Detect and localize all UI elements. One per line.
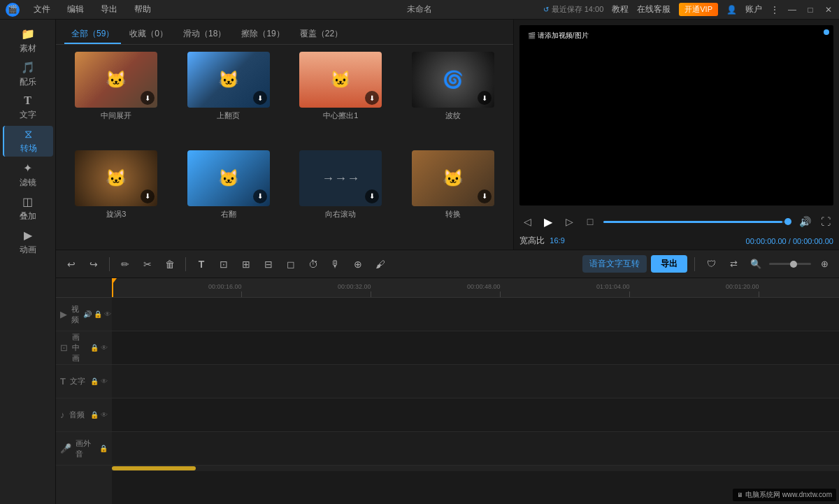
volume-btn[interactable]: 🔊 (797, 214, 812, 229)
menu-edit[interactable]: 编辑 (64, 2, 87, 17)
zoom-out-icon[interactable]: 🔍 (747, 255, 765, 273)
text-vis-icon[interactable]: 👁 (101, 377, 108, 385)
crop-btn[interactable]: ⊡ (214, 254, 234, 274)
next-frame-btn[interactable]: ▷ (561, 214, 577, 229)
sidebar-item-material[interactable]: 📁 素材 (3, 25, 53, 56)
text-lock-icon[interactable]: 🔒 (90, 377, 99, 385)
minimize-btn[interactable]: — (787, 5, 797, 15)
paint-btn[interactable]: 🖌 (371, 254, 390, 274)
video-lock-icon[interactable]: 🔒 (94, 310, 102, 318)
zoom-thumb (790, 261, 797, 268)
redo-btn[interactable]: ↪ (84, 254, 103, 274)
menu-export[interactable]: 导出 (98, 2, 120, 17)
transition-thumb-6: 🐱 ⬇ (187, 150, 270, 206)
arrows-overlay-7: →→→ (322, 171, 359, 185)
track-label-pip: ⊡ 画中画 🔒 👁 (56, 331, 112, 365)
tab-all[interactable]: 全部（59） (64, 25, 121, 44)
transition-label-3: 中心擦出1 (323, 110, 358, 121)
voiceover-lock-icon[interactable]: 🔒 (99, 445, 108, 452)
speech-text-btn[interactable]: 语音文字互转 (582, 255, 647, 273)
audio-vis-icon[interactable]: 👁 (101, 411, 108, 419)
overlay-icon: ◫ (22, 195, 33, 208)
stop-btn[interactable]: □ (582, 214, 598, 229)
transition-item-1[interactable]: 🐱 ⬇ 中间展开 (63, 52, 170, 145)
transition-label-2: 上翻页 (217, 110, 240, 121)
undo-btn[interactable]: ↩ (62, 254, 81, 274)
track-label-voiceover-text: 画外音 (76, 438, 95, 459)
download-badge-5[interactable]: ⬇ (141, 189, 155, 203)
video-mute-icon[interactable]: 🔊 (83, 310, 92, 318)
fullscreen-btn[interactable]: ⛶ (818, 214, 833, 229)
menu-help[interactable]: 帮助 (131, 2, 154, 17)
mask-btn[interactable]: ◻ (281, 254, 301, 274)
support-btn[interactable]: 在线客服 (637, 3, 671, 15)
sidebar-item-overlay[interactable]: ◫ 叠加 (3, 193, 53, 224)
tab-wipe[interactable]: 擦除（19） (234, 25, 291, 44)
more-btn[interactable]: ⋮ (770, 5, 779, 15)
text-track-icon: T (60, 376, 66, 387)
resize-icon[interactable]: ⇄ (724, 255, 743, 273)
grid-btn[interactable]: ⊟ (259, 254, 278, 274)
app-logo: 🎬 (6, 3, 20, 17)
cut-btn[interactable]: ✂ (138, 254, 157, 274)
sidebar-item-text[interactable]: T 文字 (3, 92, 53, 123)
toolbar-right: 语音文字互转 导出 🛡 ⇄ 🔍 ⊕ (582, 255, 833, 273)
export-btn[interactable]: 导出 (651, 255, 687, 273)
sidebar-item-animation[interactable]: ▶ 动画 (3, 226, 53, 257)
tab-cover[interactable]: 覆盖（22） (293, 25, 350, 44)
preview-progress[interactable] (603, 221, 791, 223)
top-panel: 全部（59） 收藏（0） 滑动（18） 擦除（19） 覆盖（22） 🐱 ⬇ 中间… (56, 20, 839, 250)
close-btn[interactable]: ✕ (824, 5, 833, 15)
time-btn[interactable]: ⏱ (303, 254, 323, 274)
timeline-scrollbar[interactable] (112, 466, 839, 471)
pen-btn[interactable]: ✏ (115, 254, 135, 274)
maximize-btn[interactable]: □ (805, 5, 815, 15)
text-tool-btn[interactable]: T (192, 254, 211, 274)
download-badge-7[interactable]: ⬇ (365, 189, 379, 203)
playhead[interactable] (112, 278, 113, 297)
sidebar-label-text: 文字 (20, 109, 36, 121)
ruler-tick-5 (759, 291, 759, 297)
mic-btn[interactable]: 🎙 (326, 254, 345, 274)
transition-item-4[interactable]: 🌀 ⬇ 波纹 (400, 52, 507, 145)
transition-item-3[interactable]: 🐱 ⬇ 中心擦出1 (287, 52, 394, 145)
timeline-scroll-thumb[interactable] (112, 466, 196, 470)
ruler-tick-1 (241, 291, 242, 297)
sidebar-item-music[interactable]: 🎵 配乐 (3, 59, 53, 89)
sidebar-item-filter[interactable]: ✦ 滤镜 (3, 159, 53, 190)
transition-item-5[interactable]: 🐱 ⬇ 旋涡3 (63, 150, 170, 243)
account-label[interactable]: 账户 (745, 3, 762, 15)
pip-track-controls: 🔒 👁 (90, 344, 108, 352)
keyframe-btn[interactable]: ⊕ (348, 254, 368, 274)
transition-item-2[interactable]: 🐱 ⬇ 上翻页 (175, 52, 282, 145)
pip-lock-icon[interactable]: 🔒 (90, 344, 99, 352)
pip-vis-icon[interactable]: 👁 (101, 344, 108, 352)
time-total: 00:00:00.00 (793, 237, 833, 245)
delete-btn[interactable]: 🗑 (160, 254, 180, 274)
download-badge-8[interactable]: ⬇ (478, 189, 492, 203)
transition-thumb-4: 🌀 ⬇ (412, 52, 494, 108)
transition-item-6[interactable]: 🐱 ⬇ 右翻 (175, 150, 282, 243)
transition-thumb-3: 🐱 ⬇ (299, 52, 382, 108)
sidebar-item-transition[interactable]: ⧖ 转场 (3, 126, 53, 157)
transition-item-7[interactable]: →→→ ⬇ 向右滚动 (287, 150, 394, 243)
account-btn[interactable]: 👤 (726, 5, 737, 15)
play-btn[interactable]: ▶ (540, 214, 556, 229)
download-badge-2[interactable]: ⬇ (253, 91, 267, 105)
download-badge-4[interactable]: ⬇ (478, 91, 492, 105)
transform-btn[interactable]: ⊞ (236, 254, 256, 274)
ruler-label-3: 00:00:48.00 (467, 283, 501, 290)
transition-item-8[interactable]: 🐱 ⬇ 转换 (400, 150, 507, 243)
prev-frame-btn[interactable]: ◁ (519, 214, 535, 229)
tutorial-btn[interactable]: 教程 (612, 3, 629, 15)
tab-favorites[interactable]: 收藏（0） (122, 25, 175, 44)
tab-slide[interactable]: 滑动（18） (176, 25, 233, 44)
vip-btn[interactable]: 开通VIP (679, 3, 718, 16)
zoom-slider[interactable] (769, 263, 811, 265)
zoom-in-icon[interactable]: ⊕ (815, 255, 833, 273)
video-vis-icon[interactable]: 👁 (104, 310, 111, 318)
download-badge-6[interactable]: ⬇ (253, 189, 267, 203)
audio-lock-icon[interactable]: 🔒 (90, 411, 99, 419)
shield-icon[interactable]: 🛡 (702, 255, 720, 273)
menu-file[interactable]: 文件 (31, 2, 53, 17)
